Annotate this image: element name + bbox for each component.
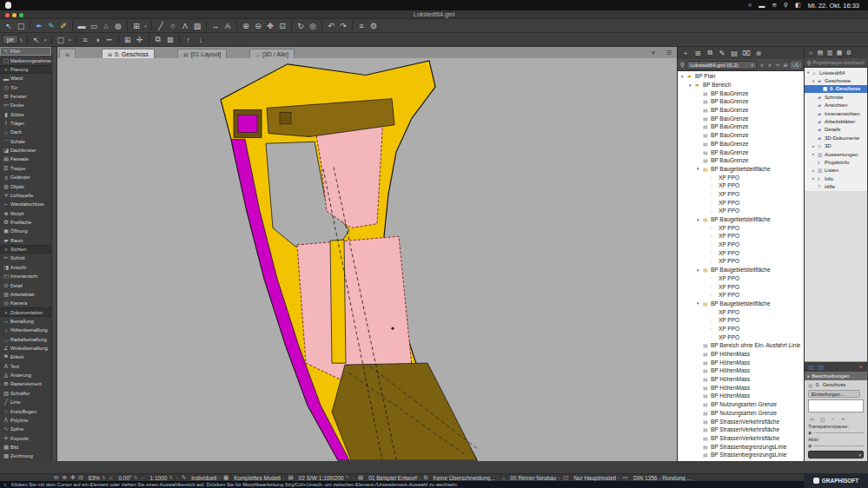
beschreibungen-toolbar-button[interactable]: ◫ — [817, 362, 825, 372]
toolbar-button[interactable] — [321, 21, 322, 30]
beschreibungen-tool-button[interactable]: ▭ — [808, 414, 816, 424]
toolbox-item[interactable]: ⊞ Rasterelement — [0, 379, 51, 388]
toolbar-button[interactable]: ✒ — [33, 20, 45, 31]
gml-tree-item[interactable]: ▤ BP BauGrenze — [678, 89, 804, 97]
toolbox-item[interactable]: ◰ Innenansicht — [0, 272, 51, 280]
tabbar-control[interactable]: ☰ — [663, 47, 675, 58]
toolbar-button[interactable]: ▾ — [142, 20, 149, 31]
toolbox-item[interactable]: ☀ Lichtquelle — [0, 191, 51, 200]
toolbar-button[interactable]: ◎ — [307, 20, 319, 31]
gml-tree-item[interactable]: ▤ BP BauGrenze — [678, 97, 804, 106]
tree-control-button[interactable]: ∧ — [766, 60, 773, 69]
toolbox-item[interactable]: ⊙ Detail — [0, 280, 51, 289]
beschreibungen-toolbar-button[interactable]: ✕ — [857, 362, 865, 372]
gml-tree-item[interactable]: ▤ BP BauGrenze — [678, 131, 804, 140]
navigator-tree-item[interactable]: ▰ Ansichten — [805, 102, 867, 109]
tree-control-button[interactable]: ▭ — [774, 60, 781, 69]
gml-tree-item[interactable]: ◦ XP PPO — [678, 181, 804, 190]
gml-file-combo[interactable]: Lokstedt64.gml (S.2) ▾ — [686, 61, 757, 69]
active-row[interactable]: ◉ — [805, 442, 867, 449]
gml-tree-item[interactable]: ◦ XP PPO — [678, 248, 804, 257]
toolbox-item[interactable]: ◎ Kamera — [0, 299, 51, 307]
gml-tree-item[interactable]: ▾ ▤ BP Baugebietsteilfläche — [678, 300, 804, 308]
toolbox-item[interactable]: ▤ Fassade — [0, 155, 51, 163]
statusbar-item[interactable]: ∠ — [109, 475, 115, 480]
statusbar-item[interactable]: DIN 1356 - Rundung ... — [632, 475, 692, 481]
toolbar-button[interactable]: ≡ — [355, 20, 368, 31]
gml-tree-item[interactable]: ▤ BP HöhenMass — [678, 375, 804, 384]
options-toolbar-button[interactable] — [149, 35, 149, 44]
panel-toolbar-button[interactable]: ▤ — [729, 49, 739, 58]
toolbar-button[interactable]: ✥ — [264, 20, 276, 31]
toolbox-item[interactable]: ⌂ Dach — [0, 128, 51, 136]
statusbar-item[interactable]: ⊕ — [62, 474, 68, 481]
tab-overview-button[interactable]: ⊞ — [59, 49, 76, 58]
toolbox-item[interactable]: ▦ Bild — [0, 443, 51, 452]
gml-tree-item[interactable]: ▾ ▤ BP Baugebietsteilfläche — [678, 266, 804, 274]
gml-tree-item[interactable]: ▤ BP HöhenMass — [678, 392, 804, 400]
gml-tree-item[interactable]: ◦ XP PPO — [678, 257, 804, 266]
toolbar-button[interactable]: ▬ — [76, 20, 88, 31]
toolbox-item[interactable]: ⚑ Etikett — [0, 353, 51, 361]
statusbar-item[interactable]: ⇅ — [169, 475, 175, 480]
statusbar-item[interactable]: 02 S/W 1:100/200 — [297, 475, 344, 481]
gml-tree-item[interactable]: ▤ BP StrassenVerkehrsfläche — [678, 417, 804, 425]
toolbox-item[interactable]: Λ Polylinie — [0, 416, 51, 425]
gml-tree-item[interactable]: ▤ BP StrassenVerkehrsfläche — [678, 425, 804, 434]
einstellungen-button[interactable]: Einstellungen... — [808, 390, 860, 398]
navigator-tree-item[interactable]: ▸ ▥ Auswertungen — [805, 150, 867, 158]
statusbar-item[interactable]: ✎ — [346, 475, 352, 480]
statusbar-item[interactable]: ⇅ — [134, 475, 140, 480]
toolbar-button[interactable]: ▭ — [88, 20, 100, 31]
toolbox-item[interactable]: A Text — [0, 362, 51, 371]
toolbox-item[interactable]: Δ Änderung — [0, 371, 51, 379]
navigator-tree-item[interactable]: ▦ 0. Geschoss — [805, 85, 867, 93]
gml-tree-item[interactable]: ▾ ▰ BP Plan — [678, 72, 804, 81]
gml-tree-item[interactable]: ▤ BP Nutzungsarten Grenze — [678, 409, 804, 418]
toolbox-item[interactable]: ∿ Spline — [0, 425, 51, 433]
statusbar-item[interactable]: 00 Reiner Neubau — [508, 475, 556, 481]
toolbar-button[interactable]: ↖ — [3, 20, 15, 31]
caret-down-icon[interactable]: ▾ — [697, 166, 703, 171]
navigator-tree-item[interactable]: ▰ Details — [805, 126, 867, 134]
toolbox-item[interactable]: ▾ Dokumentation — [0, 307, 51, 316]
panel-toolbar-button[interactable]: + — [680, 49, 691, 58]
beschreibungen-header[interactable]: ▾ Beschreibungen — [805, 372, 867, 380]
navigator-tree-item[interactable]: ▾ ⌂ Lokstedt64 — [805, 69, 867, 76]
statusbar-item[interactable]: 1:1000 — [148, 475, 167, 481]
gml-tree-item[interactable]: ▾ ▰ BP Bereich — [678, 81, 804, 89]
statusbar-item[interactable]: ✥ — [70, 474, 76, 481]
navigator-toolbar-button[interactable]: ⚙ — [845, 48, 853, 57]
statusbar-item[interactable]: Individuell — [189, 475, 216, 481]
toolbar-button[interactable]: ↷ — [337, 20, 349, 31]
close-window-button[interactable] — [5, 13, 10, 17]
beschreibungen-list[interactable] — [808, 399, 864, 412]
gml-tree-item[interactable]: ▤ BP BauGrenze — [678, 106, 804, 115]
toolbar-button[interactable]: ▢ — [15, 20, 27, 31]
navigator-tree-item[interactable]: ▸ ℹ Info — [805, 175, 867, 182]
gml-tree-item[interactable]: ▤ BP HöhenMass — [678, 358, 804, 366]
apple-menu-icon[interactable] — [5, 2, 11, 9]
toolbox-item[interactable]: ◍ Objekt — [0, 181, 51, 190]
toolbar-button[interactable] — [291, 21, 292, 30]
statusbar-item[interactable]: ▦ — [223, 474, 230, 481]
gml-tree-item[interactable]: ▤ BP BauGrenze — [678, 148, 804, 156]
tabbar-control[interactable]: ▾ — [647, 47, 659, 58]
toolbox-item[interactable]: ▮ Stütze — [0, 110, 51, 119]
options-toolbar-button[interactable]: ⊠ — [164, 34, 176, 45]
gml-tree-item[interactable]: ▤ BP StrassenbegrenzungsLinie — [678, 451, 804, 459]
options-toolbar-button[interactable]: ⧉ — [152, 34, 164, 45]
toolbox-item[interactable]: ◨ Ansicht — [0, 263, 51, 272]
beschreibungen-combo[interactable]: ▾ — [808, 451, 864, 458]
gml-tree-item[interactable]: ▤ BP Nutzungsarten Grenze — [678, 400, 804, 409]
gml-tree-item[interactable]: ▤ BP StrassenbegrenzungsLinie — [678, 442, 804, 451]
navigator-tree-item[interactable]: ▰ Innenansichten — [805, 109, 867, 117]
statusbar-item[interactable]: ▤ — [358, 474, 365, 481]
toolbar-button[interactable]: ↶ — [325, 20, 337, 31]
gml-tree-item[interactable]: ◦ XP PPO — [678, 232, 804, 241]
toolbox-item[interactable]: ◪ Dachfenster — [0, 146, 51, 155]
options-toolbar-button[interactable]: ⊞ — [122, 34, 134, 45]
options-toolbar-button[interactable]: ┅ — [103, 34, 116, 45]
toolbox-item[interactable]: ☰ Treppe — [0, 164, 51, 173]
options-toolbar-button[interactable]: ⇅ — [18, 34, 24, 45]
